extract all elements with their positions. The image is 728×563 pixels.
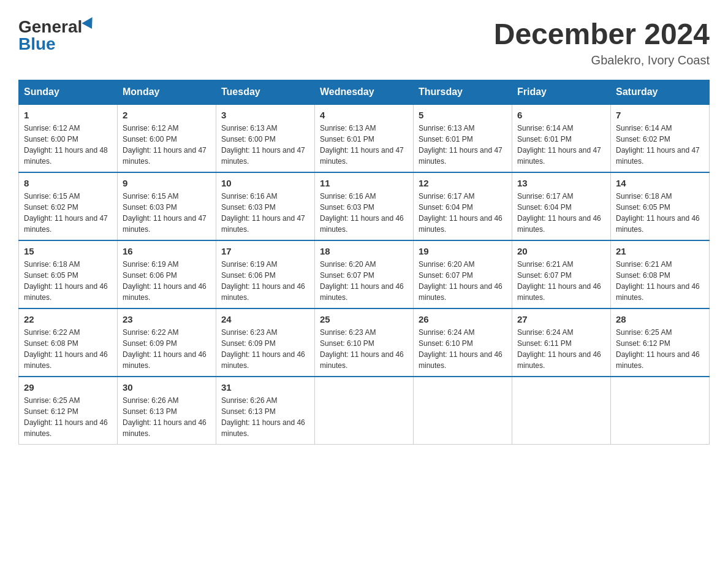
day-info: Sunrise: 6:14 AMSunset: 6:01 PMDaylight:… bbox=[517, 123, 605, 167]
day-number: 18 bbox=[320, 246, 408, 256]
logo-blue-text: Blue bbox=[18, 36, 56, 53]
day-info: Sunrise: 6:21 AMSunset: 6:07 PMDaylight:… bbox=[517, 259, 605, 303]
calendar-cell: 20Sunrise: 6:21 AMSunset: 6:07 PMDayligh… bbox=[512, 240, 611, 308]
day-info: Sunrise: 6:24 AMSunset: 6:10 PMDaylight:… bbox=[419, 327, 507, 371]
calendar-week-2: 8Sunrise: 6:15 AMSunset: 6:02 PMDaylight… bbox=[19, 172, 710, 240]
day-info: Sunrise: 6:15 AMSunset: 6:02 PMDaylight:… bbox=[24, 191, 112, 235]
day-number: 19 bbox=[419, 246, 507, 256]
day-number: 2 bbox=[123, 110, 211, 120]
calendar-cell: 9Sunrise: 6:15 AMSunset: 6:03 PMDaylight… bbox=[118, 172, 216, 240]
weekday-header-sunday: Sunday bbox=[19, 80, 118, 104]
day-info: Sunrise: 6:13 AMSunset: 6:01 PMDaylight:… bbox=[419, 123, 507, 167]
weekday-header-wednesday: Wednesday bbox=[315, 80, 414, 104]
calendar-cell: 28Sunrise: 6:25 AMSunset: 6:12 PMDayligh… bbox=[611, 308, 710, 377]
calendar-week-5: 29Sunrise: 6:25 AMSunset: 6:12 PMDayligh… bbox=[19, 377, 710, 445]
day-number: 6 bbox=[517, 110, 605, 120]
calendar-cell: 30Sunrise: 6:26 AMSunset: 6:13 PMDayligh… bbox=[118, 377, 216, 445]
day-number: 26 bbox=[419, 314, 507, 324]
calendar-cell: 16Sunrise: 6:19 AMSunset: 6:06 PMDayligh… bbox=[118, 240, 216, 308]
day-number: 29 bbox=[24, 382, 112, 393]
calendar-cell: 18Sunrise: 6:20 AMSunset: 6:07 PMDayligh… bbox=[315, 240, 414, 308]
day-number: 23 bbox=[123, 314, 211, 324]
day-info: Sunrise: 6:17 AMSunset: 6:04 PMDaylight:… bbox=[517, 191, 605, 235]
day-info: Sunrise: 6:26 AMSunset: 6:13 PMDaylight:… bbox=[123, 395, 211, 439]
calendar-cell: 11Sunrise: 6:16 AMSunset: 6:03 PMDayligh… bbox=[315, 172, 414, 240]
calendar-cell bbox=[512, 377, 611, 445]
day-info: Sunrise: 6:19 AMSunset: 6:06 PMDaylight:… bbox=[123, 259, 211, 303]
calendar-cell: 3Sunrise: 6:13 AMSunset: 6:00 PMDaylight… bbox=[216, 104, 315, 172]
day-info: Sunrise: 6:17 AMSunset: 6:04 PMDaylight:… bbox=[419, 191, 507, 235]
day-info: Sunrise: 6:15 AMSunset: 6:03 PMDaylight:… bbox=[123, 191, 211, 235]
day-number: 31 bbox=[221, 382, 309, 393]
day-number: 22 bbox=[24, 314, 112, 324]
day-info: Sunrise: 6:12 AMSunset: 6:00 PMDaylight:… bbox=[123, 123, 211, 167]
calendar-cell bbox=[414, 377, 512, 445]
day-info: Sunrise: 6:22 AMSunset: 6:09 PMDaylight:… bbox=[123, 327, 211, 371]
day-number: 7 bbox=[616, 110, 704, 120]
day-number: 28 bbox=[616, 314, 704, 324]
weekday-header-saturday: Saturday bbox=[611, 80, 710, 104]
day-info: Sunrise: 6:18 AMSunset: 6:05 PMDaylight:… bbox=[616, 191, 704, 235]
day-info: Sunrise: 6:24 AMSunset: 6:11 PMDaylight:… bbox=[517, 327, 605, 371]
calendar-cell: 29Sunrise: 6:25 AMSunset: 6:12 PMDayligh… bbox=[19, 377, 118, 445]
calendar-cell: 4Sunrise: 6:13 AMSunset: 6:01 PMDaylight… bbox=[315, 104, 414, 172]
logo-triangle-icon bbox=[82, 17, 97, 32]
day-info: Sunrise: 6:19 AMSunset: 6:06 PMDaylight:… bbox=[221, 259, 309, 303]
calendar-cell: 17Sunrise: 6:19 AMSunset: 6:06 PMDayligh… bbox=[216, 240, 315, 308]
day-info: Sunrise: 6:16 AMSunset: 6:03 PMDaylight:… bbox=[221, 191, 309, 235]
day-number: 16 bbox=[123, 246, 211, 256]
calendar-cell: 25Sunrise: 6:23 AMSunset: 6:10 PMDayligh… bbox=[315, 308, 414, 377]
calendar-week-3: 15Sunrise: 6:18 AMSunset: 6:05 PMDayligh… bbox=[19, 240, 710, 308]
calendar-cell: 12Sunrise: 6:17 AMSunset: 6:04 PMDayligh… bbox=[414, 172, 512, 240]
calendar-cell: 14Sunrise: 6:18 AMSunset: 6:05 PMDayligh… bbox=[611, 172, 710, 240]
calendar-cell: 24Sunrise: 6:23 AMSunset: 6:09 PMDayligh… bbox=[216, 308, 315, 377]
calendar-cell: 7Sunrise: 6:14 AMSunset: 6:02 PMDaylight… bbox=[611, 104, 710, 172]
day-number: 17 bbox=[221, 246, 309, 256]
calendar-week-1: 1Sunrise: 6:12 AMSunset: 6:00 PMDaylight… bbox=[19, 104, 710, 172]
calendar-cell: 27Sunrise: 6:24 AMSunset: 6:11 PMDayligh… bbox=[512, 308, 611, 377]
day-number: 10 bbox=[221, 178, 309, 188]
day-info: Sunrise: 6:13 AMSunset: 6:01 PMDaylight:… bbox=[320, 123, 408, 167]
calendar-cell: 2Sunrise: 6:12 AMSunset: 6:00 PMDaylight… bbox=[118, 104, 216, 172]
day-number: 12 bbox=[419, 178, 507, 188]
day-number: 4 bbox=[320, 110, 408, 120]
weekday-header-friday: Friday bbox=[512, 80, 611, 104]
calendar-cell bbox=[611, 377, 710, 445]
day-number: 24 bbox=[221, 314, 309, 324]
day-info: Sunrise: 6:23 AMSunset: 6:10 PMDaylight:… bbox=[320, 327, 408, 371]
day-number: 9 bbox=[123, 178, 211, 188]
day-info: Sunrise: 6:25 AMSunset: 6:12 PMDaylight:… bbox=[616, 327, 704, 371]
day-info: Sunrise: 6:12 AMSunset: 6:00 PMDaylight:… bbox=[24, 123, 112, 167]
calendar-cell: 10Sunrise: 6:16 AMSunset: 6:03 PMDayligh… bbox=[216, 172, 315, 240]
calendar-cell: 6Sunrise: 6:14 AMSunset: 6:01 PMDaylight… bbox=[512, 104, 611, 172]
calendar-table: SundayMondayTuesdayWednesdayThursdayFrid… bbox=[18, 80, 710, 445]
calendar-week-4: 22Sunrise: 6:22 AMSunset: 6:08 PMDayligh… bbox=[19, 308, 710, 377]
weekday-header-thursday: Thursday bbox=[414, 80, 512, 104]
page-header: General Blue December 2024 Gbalekro, Ivo… bbox=[18, 18, 710, 67]
day-info: Sunrise: 6:21 AMSunset: 6:08 PMDaylight:… bbox=[616, 259, 704, 303]
calendar-cell: 8Sunrise: 6:15 AMSunset: 6:02 PMDaylight… bbox=[19, 172, 118, 240]
weekday-row: SundayMondayTuesdayWednesdayThursdayFrid… bbox=[19, 80, 710, 104]
calendar-cell bbox=[315, 377, 414, 445]
day-info: Sunrise: 6:20 AMSunset: 6:07 PMDaylight:… bbox=[320, 259, 408, 303]
month-title: December 2024 bbox=[494, 18, 710, 51]
calendar-cell: 23Sunrise: 6:22 AMSunset: 6:09 PMDayligh… bbox=[118, 308, 216, 377]
weekday-header-tuesday: Tuesday bbox=[216, 80, 315, 104]
logo-general-text: General bbox=[18, 18, 82, 36]
weekday-header-monday: Monday bbox=[118, 80, 216, 104]
day-info: Sunrise: 6:18 AMSunset: 6:05 PMDaylight:… bbox=[24, 259, 112, 303]
day-info: Sunrise: 6:22 AMSunset: 6:08 PMDaylight:… bbox=[24, 327, 112, 371]
calendar-cell: 13Sunrise: 6:17 AMSunset: 6:04 PMDayligh… bbox=[512, 172, 611, 240]
day-number: 30 bbox=[123, 382, 211, 393]
day-info: Sunrise: 6:26 AMSunset: 6:13 PMDaylight:… bbox=[221, 395, 309, 439]
day-info: Sunrise: 6:14 AMSunset: 6:02 PMDaylight:… bbox=[616, 123, 704, 167]
day-info: Sunrise: 6:20 AMSunset: 6:07 PMDaylight:… bbox=[419, 259, 507, 303]
calendar-cell: 26Sunrise: 6:24 AMSunset: 6:10 PMDayligh… bbox=[414, 308, 512, 377]
day-number: 20 bbox=[517, 246, 605, 256]
calendar-cell: 1Sunrise: 6:12 AMSunset: 6:00 PMDaylight… bbox=[19, 104, 118, 172]
calendar-cell: 5Sunrise: 6:13 AMSunset: 6:01 PMDaylight… bbox=[414, 104, 512, 172]
title-section: December 2024 Gbalekro, Ivory Coast bbox=[494, 18, 710, 67]
day-number: 5 bbox=[419, 110, 507, 120]
day-number: 1 bbox=[24, 110, 112, 120]
day-number: 3 bbox=[221, 110, 309, 120]
